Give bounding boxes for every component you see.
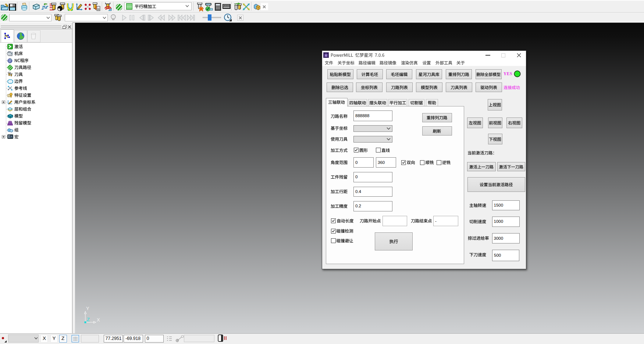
svg-text:Y: Y	[86, 306, 89, 311]
svg-text:X: X	[97, 317, 100, 323]
svg-text:Z: Z	[87, 317, 90, 322]
